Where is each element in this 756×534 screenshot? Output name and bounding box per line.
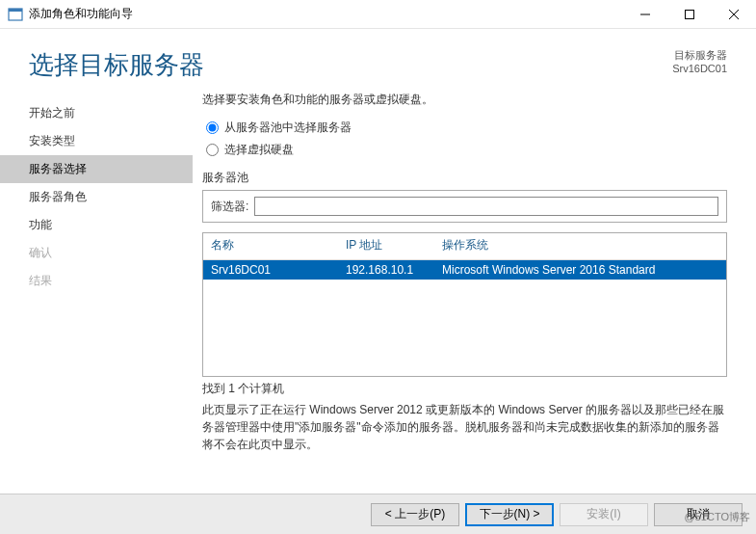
- title-bar: 添加角色和功能向导: [0, 0, 756, 29]
- previous-button[interactable]: < 上一步(P): [371, 503, 459, 526]
- table-header: 名称 IP 地址 操作系统: [203, 233, 726, 260]
- install-button: 安装(I): [560, 503, 648, 526]
- app-icon: [8, 7, 23, 22]
- next-button[interactable]: 下一步(N) >: [465, 503, 554, 526]
- sidebar-step-2[interactable]: 服务器选择: [0, 155, 193, 183]
- watermark: @51CTO博客: [685, 510, 750, 524]
- maximize-button[interactable]: [667, 0, 712, 29]
- instruction-text: 选择要安装角色和功能的服务器或虚拟硬盘。: [202, 92, 727, 108]
- selection-radio-group: 从服务器池中选择服务器 选择虚拟硬盘: [206, 120, 727, 158]
- filter-label: 筛选器:: [211, 199, 248, 215]
- page-title: 选择目标服务器: [29, 48, 672, 82]
- cell-ip: 192.168.10.1: [346, 263, 442, 277]
- radio-vhd[interactable]: 选择虚拟硬盘: [206, 142, 727, 158]
- radio-vhd-label: 选择虚拟硬盘: [224, 142, 294, 158]
- target-label: 目标服务器: [672, 48, 727, 63]
- svg-rect-1: [9, 9, 22, 12]
- svg-rect-3: [686, 10, 694, 18]
- wizard-steps-sidebar: 开始之前安装类型服务器选择服务器角色功能确认结果: [0, 92, 193, 496]
- found-count: 找到 1 个计算机: [202, 381, 727, 397]
- sidebar-step-3[interactable]: 服务器角色: [0, 183, 193, 211]
- cell-os: Microsoft Windows Server 2016 Standard: [442, 263, 726, 277]
- filter-box: 筛选器:: [202, 190, 727, 223]
- server-table: 名称 IP 地址 操作系统 Srv16DC01192.168.10.1Micro…: [202, 232, 727, 377]
- target-value: Srv16DC01: [672, 63, 727, 74]
- filter-input[interactable]: [254, 197, 718, 216]
- col-header-os[interactable]: 操作系统: [442, 237, 726, 254]
- server-pool-label: 服务器池: [202, 170, 727, 186]
- target-server-info: 目标服务器 Srv16DC01: [672, 48, 727, 74]
- wizard-header: 选择目标服务器 目标服务器 Srv16DC01: [0, 29, 756, 92]
- wizard-content: 选择要安装角色和功能的服务器或虚拟硬盘。 从服务器池中选择服务器 选择虚拟硬盘 …: [193, 92, 756, 496]
- radio-server-pool-label: 从服务器池中选择服务器: [224, 120, 352, 136]
- footnote-text: 此页显示了正在运行 Windows Server 2012 或更新版本的 Win…: [202, 401, 727, 453]
- sidebar-step-4[interactable]: 功能: [0, 211, 193, 239]
- col-header-ip[interactable]: IP 地址: [346, 237, 442, 254]
- radio-server-pool[interactable]: 从服务器池中选择服务器: [206, 120, 727, 136]
- close-button[interactable]: [712, 0, 756, 29]
- wizard-footer: < 上一步(P) 下一步(N) > 安装(I) 取消: [0, 494, 756, 534]
- sidebar-step-5: 确认: [0, 239, 193, 267]
- sidebar-step-6: 结果: [0, 267, 193, 295]
- cell-name: Srv16DC01: [211, 263, 346, 277]
- col-header-name[interactable]: 名称: [211, 237, 346, 254]
- radio-server-pool-input[interactable]: [206, 121, 219, 134]
- radio-vhd-input[interactable]: [206, 144, 219, 156]
- window-title: 添加角色和功能向导: [29, 6, 623, 22]
- table-row[interactable]: Srv16DC01192.168.10.1Microsoft Windows S…: [203, 260, 726, 280]
- minimize-button[interactable]: [623, 0, 667, 29]
- sidebar-step-0[interactable]: 开始之前: [0, 99, 193, 127]
- window-controls: [623, 0, 756, 29]
- sidebar-step-1[interactable]: 安装类型: [0, 127, 193, 155]
